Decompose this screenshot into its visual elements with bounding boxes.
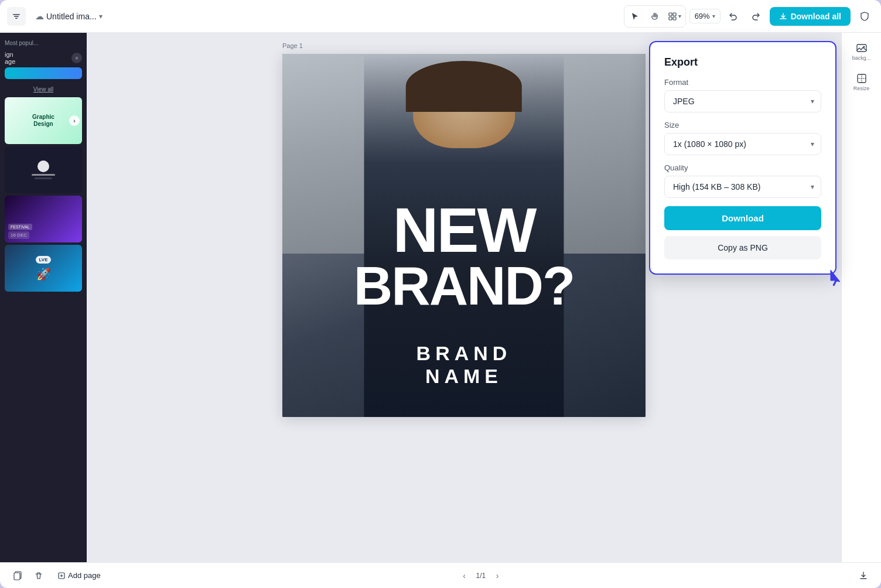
next-page-button[interactable]: › [490, 569, 504, 583]
design-sub-text: BRAND NAME [282, 342, 646, 388]
download-bottom-icon [859, 571, 868, 580]
trash-icon [34, 571, 43, 580]
sidebar-label-line2: age [5, 58, 15, 65]
cloud-icon: ☁ [35, 11, 44, 22]
export-title: Export [664, 56, 821, 69]
export-panel: Export Format JPEG PNG PDF SVG GIF ▾ Siz… [649, 41, 836, 275]
file-name-button[interactable]: ☁ Untitled ima... ▾ [30, 9, 107, 24]
design-main-text: NEW BRAND? [282, 200, 646, 312]
design-text-brand: BRAND? [282, 261, 646, 312]
template-item-4[interactable]: LVE 🚀 [5, 245, 82, 292]
undo-icon [729, 12, 738, 21]
right-panel: backg... Resize [841, 33, 881, 562]
size-select-wrapper: 1x (1080 × 1080 px) 2x (2160 × 2160 px) … [664, 133, 821, 155]
resize-button[interactable]: Resize [848, 68, 876, 96]
zoom-button[interactable]: 69% ▾ [689, 9, 720, 23]
bottom-left: Add page [9, 568, 107, 584]
filter-button[interactable] [7, 7, 26, 26]
svg-rect-4 [673, 13, 676, 16]
svg-rect-11 [14, 573, 20, 580]
svg-rect-7 [857, 45, 866, 52]
shield-icon [859, 11, 870, 22]
page-indicator: 1/1 [476, 572, 486, 580]
background-button[interactable]: backg... [848, 37, 876, 66]
gradient-bar [11, 71, 76, 76]
quality-select-wrapper: High (154 KB – 308 KB) Medium Low ▾ [664, 176, 821, 198]
delete-page-button[interactable] [30, 568, 47, 584]
sidebar-close-button[interactable]: × [71, 53, 82, 63]
hand-tool-button[interactable] [646, 7, 664, 26]
tool-group: ▾ [624, 5, 686, 28]
svg-point-8 [863, 46, 865, 48]
redo-button[interactable] [746, 7, 765, 26]
sidebar-section-header: ign age × [0, 49, 87, 81]
template-item-2[interactable] [5, 146, 82, 193]
download-all-button[interactable]: Download all [770, 7, 851, 26]
filter-icon [12, 12, 21, 21]
page-label: Page 1 [282, 42, 303, 49]
design-text-new: NEW [282, 200, 646, 261]
template-grid: GraphicDesign › FESTIVAL [0, 97, 87, 292]
undo-button[interactable] [724, 7, 743, 26]
export-copy-button[interactable]: Copy as PNG [664, 236, 821, 259]
bottom-center: ‹ 1/1 › [457, 569, 504, 583]
format-select[interactable]: JPEG PNG PDF SVG GIF [664, 90, 821, 112]
template-preview-4: LVE 🚀 [5, 245, 82, 292]
view-tool-chevron: ▾ [678, 13, 681, 19]
prev-page-button[interactable]: ‹ [457, 569, 471, 583]
toolbar-left: ☁ Untitled ima... ▾ [7, 7, 619, 26]
canvas-design[interactable]: NEW BRAND? BRAND NAME [282, 54, 646, 417]
template-item-3[interactable]: FESTIVAL 16 DEC [5, 196, 82, 242]
add-page-icon [57, 572, 66, 580]
hand-tool-icon [650, 12, 660, 21]
format-select-wrapper: JPEG PNG PDF SVG GIF ▾ [664, 90, 821, 112]
template-chevron-1: › [69, 115, 80, 126]
redo-icon [751, 12, 760, 21]
template-preview-3: FESTIVAL 16 DEC [5, 196, 82, 242]
background-label: backg... [852, 55, 871, 61]
quality-select[interactable]: High (154 KB – 308 KB) Medium Low [664, 176, 821, 198]
sidebar-design-label: ign age [5, 51, 15, 65]
size-select[interactable]: 1x (1080 × 1080 px) 2x (2160 × 2160 px) … [664, 133, 821, 155]
resize-label: Resize [853, 86, 870, 91]
download-all-icon [779, 12, 787, 20]
svg-rect-1 [14, 16, 19, 17]
file-chevron-icon: ▾ [99, 12, 103, 20]
design-text-name-sub: NAME [282, 365, 646, 388]
sidebar-most-popular-label: Most popul... [0, 37, 87, 46]
view-all-link[interactable]: View all [0, 84, 87, 95]
zoom-level-text: 69% [695, 12, 710, 20]
view-tool-icon [668, 12, 677, 21]
gradient-action-button[interactable] [5, 67, 82, 79]
duplicate-icon [13, 571, 22, 580]
bottom-bar: Add page ‹ 1/1 › [0, 562, 881, 588]
template-preview-2 [5, 146, 82, 193]
shield-button[interactable] [855, 7, 874, 26]
svg-rect-3 [669, 13, 672, 16]
add-page-button[interactable]: Add page [52, 569, 107, 582]
add-page-label: Add page [68, 571, 101, 580]
view-tool-button[interactable]: ▾ [665, 7, 684, 26]
size-label: Size [664, 121, 821, 129]
sidebar: Most popul... ign age × View all [0, 33, 87, 562]
design-text-brand-sub: BRAND [282, 342, 646, 365]
export-download-button[interactable]: Download [664, 206, 821, 230]
select-tool-icon [630, 12, 640, 21]
cursor-indicator [828, 268, 845, 290]
zoom-chevron-icon: ▾ [712, 13, 715, 19]
download-bottom-button[interactable] [855, 568, 872, 584]
select-tool-button[interactable] [626, 7, 644, 26]
template-item-1[interactable]: GraphicDesign › [5, 97, 82, 144]
svg-rect-0 [13, 14, 20, 15]
duplicate-page-button[interactable] [9, 568, 26, 584]
design-hair [406, 61, 522, 112]
svg-rect-2 [15, 18, 18, 19]
sidebar-label-line1: ign [5, 51, 15, 58]
file-name-text: Untitled ima... [46, 12, 97, 21]
format-label: Format [664, 78, 821, 87]
toolbar-right: Download all [770, 7, 874, 26]
toolbar: ☁ Untitled ima... ▾ [0, 0, 881, 33]
bottom-right [855, 568, 872, 584]
svg-rect-5 [669, 17, 672, 20]
quality-label: Quality [664, 163, 821, 172]
